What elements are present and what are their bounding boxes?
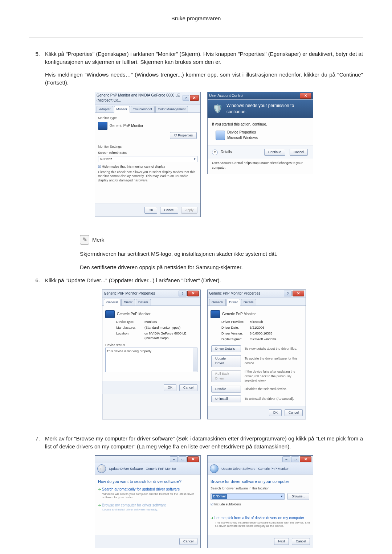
option-desc: Windows will search your computer and th… (102, 492, 197, 499)
tab-details[interactable]: Details (241, 299, 256, 305)
device-status-label: Device status (105, 343, 197, 348)
monitor-icon (98, 122, 107, 130)
signer-label: Digital Signer: (221, 337, 247, 342)
manufacturer-value: (Standard monitor types) (144, 325, 197, 330)
help-icon[interactable]: ? (179, 291, 187, 296)
rollback-driver-desc: If the device fails after updating the d… (245, 369, 303, 383)
minimize-icon[interactable]: – (170, 456, 178, 462)
option-title: Browse my computer for driver software (98, 503, 197, 508)
wizard-heading: Browse for driver software on your compu… (211, 479, 310, 485)
option-desc: This list will show installed driver sof… (215, 521, 310, 528)
cancel-button[interactable]: Cancel (160, 207, 178, 214)
monitor-properties-dialog: Generic PnP Monitor and NVIDIA GeForce 6… (95, 92, 201, 217)
uac-started-text: If you started this action, continue. (212, 122, 309, 127)
chevron-down-icon[interactable]: ▾ (212, 149, 218, 155)
note-p2: Den sertifiserte driveren oppgis på nett… (80, 263, 363, 271)
update-driver-desc: To update the driver software for this d… (245, 356, 303, 366)
page-title: Bruke programvaren (171, 15, 221, 21)
option-desc: Locate and install driver software manua… (102, 508, 197, 512)
ok-button[interactable]: OK (144, 207, 157, 214)
details-label[interactable]: Details (221, 149, 232, 155)
close-icon[interactable]: ✕ (300, 93, 311, 99)
titlebar: – ▭ ✕ (95, 456, 200, 463)
cancel-button[interactable]: Cancel (179, 384, 197, 391)
hide-modes-checkbox[interactable]: Hide modes that this monitor cannot disp… (98, 164, 197, 169)
next-button[interactable]: Next (274, 538, 289, 545)
update-driver-button[interactable]: Update Driver... (211, 355, 241, 367)
step-number: 7. (29, 435, 40, 554)
tab-troubleshoot[interactable]: Troubleshoot (131, 106, 155, 112)
location-label: Location: (116, 331, 142, 341)
tab-adapter[interactable]: Adapter (97, 106, 113, 112)
tab-driver[interactable]: Driver (121, 299, 135, 305)
uac-permission-text: Windows needs your permission to contion… (226, 103, 309, 115)
maximize-icon[interactable]: ▭ (179, 456, 187, 462)
provider-value: Microsoft (250, 320, 303, 324)
app-icon (216, 131, 225, 140)
cancel-button[interactable]: Cancel (179, 538, 197, 545)
monitor-type-value: Generic PnP Monitor (110, 123, 143, 129)
cancel-button[interactable]: Cancel (292, 538, 310, 545)
minimize-icon[interactable]: – (282, 456, 290, 462)
help-icon[interactable]: ? (284, 291, 292, 296)
date-value: 6/21/2006 (250, 325, 303, 330)
close-icon[interactable]: ✕ (187, 456, 199, 462)
tab-general[interactable]: General (104, 299, 121, 306)
close-icon[interactable]: ✕ (300, 456, 311, 462)
step-7-p1: Merk av for "Browse my computer for driv… (45, 435, 363, 451)
step-6-p1: Klikk på "Update Driver..." (Oppdater dr… (45, 276, 363, 284)
uninstall-button[interactable]: Uninstall (211, 395, 241, 402)
cancel-button[interactable]: Cancel (285, 409, 303, 416)
browse-button[interactable]: Browse... (287, 493, 309, 500)
search-location-label: Search for driver software in this locat… (211, 486, 310, 491)
tab-color-management[interactable]: Color Management (155, 106, 188, 112)
device-name: Generic PnP Monitor (117, 312, 151, 317)
properties-button[interactable]: Properties (170, 132, 197, 139)
continue-button[interactable]: Continue (264, 149, 285, 156)
ok-button[interactable]: OK (269, 409, 282, 416)
step-7: 7. Merk av for "Browse my computer for d… (29, 435, 363, 554)
device-properties-general: Generic PnP Monitor Properties ? ✕ Gener… (102, 290, 201, 419)
device-status-text: This device is working properly. (107, 349, 152, 353)
tab-monitor[interactable]: Monitor (114, 106, 130, 113)
close-icon[interactable]: ✕ (293, 291, 304, 296)
figure-row-3: – ▭ ✕ ← Update Driver Software - Generic… (45, 455, 363, 548)
tab-driver[interactable]: Driver (226, 299, 240, 306)
manufacturer-label: Manufacturer: (116, 325, 142, 330)
refresh-rate-label: Screen refresh rate: (98, 151, 197, 155)
help-icon[interactable]: ? (183, 95, 189, 101)
step-5-p2: Hvis meldingen "Windows needs…" (Windows… (45, 71, 363, 87)
cancel-button[interactable]: Cancel (290, 149, 308, 156)
option-auto-search[interactable]: Search automatically for updated driver … (98, 487, 197, 499)
close-icon[interactable]: ✕ (190, 95, 199, 101)
microsoft-windows-label: Microsoft Windows (227, 135, 258, 141)
tabstrip: Adapter Monitor Troubleshoot Color Manag… (95, 104, 200, 113)
monitor-icon (211, 310, 220, 318)
close-icon[interactable]: ✕ (187, 291, 199, 296)
refresh-rate-dropdown[interactable]: 60 Hertz (98, 156, 197, 162)
path-combobox[interactable]: D:\Driver (211, 493, 285, 500)
rollback-driver-button[interactable]: Roll Back Driver (211, 370, 241, 382)
ok-button[interactable]: OK (164, 384, 176, 391)
tab-general[interactable]: General (209, 299, 226, 305)
disable-button[interactable]: Disable (211, 386, 241, 393)
maximize-icon[interactable]: ▭ (291, 456, 299, 462)
option-browse-computer[interactable]: Browse my computer for driver software L… (98, 503, 197, 512)
back-icon[interactable]: ← (210, 464, 219, 473)
option-pick-from-list[interactable]: Let me pick from a list of device driver… (211, 516, 310, 528)
apply-button[interactable]: Apply (181, 207, 197, 214)
scrollbar[interactable] (193, 348, 197, 372)
tab-details[interactable]: Details (136, 299, 151, 305)
device-type-label: Device type: (116, 320, 142, 324)
driver-details-button[interactable]: Driver Details (211, 345, 241, 352)
top-divider (29, 37, 363, 37)
device-type-value: Monitors (144, 320, 197, 324)
step-5-p1: Klikk på "Properties" (Egenskaper) i ark… (45, 50, 363, 66)
device-properties-driver: Generic PnP Monitor Properties ? ✕ Gener… (207, 290, 306, 419)
figure-row-1: Generic PnP Monitor and NVIDIA GeForce 6… (45, 92, 363, 217)
disable-desc: Disables the selected device. (245, 387, 303, 391)
step-5: 5. Klikk på "Properties" (Egenskaper) i … (29, 50, 363, 226)
device-status-box: This device is working properly. (105, 348, 197, 372)
back-icon[interactable]: ← (97, 464, 106, 473)
include-subfolders-checkbox[interactable]: Include subfolders (211, 502, 310, 507)
